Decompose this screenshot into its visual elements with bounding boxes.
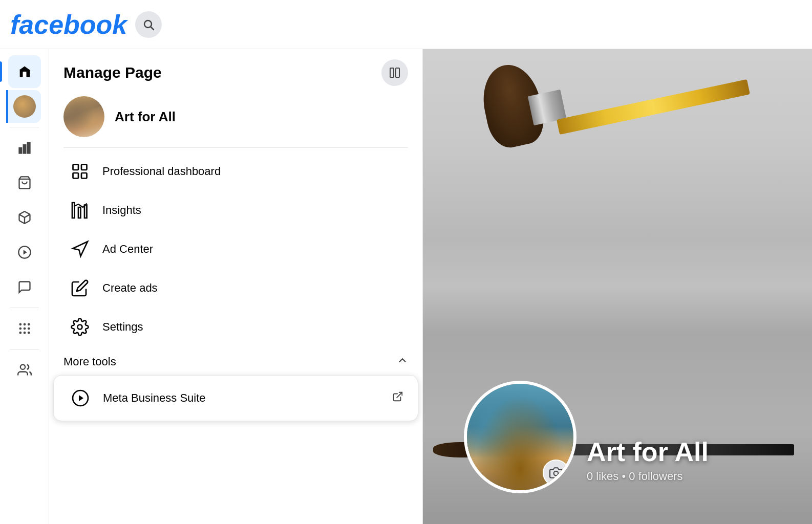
svg-rect-4 — [27, 143, 30, 154]
cover-background: Art for All 0 likes • 0 followers — [423, 49, 812, 524]
professional-dashboard-icon — [68, 159, 92, 184]
svg-point-16 — [23, 332, 26, 334]
sidebar-item-stats[interactable] — [8, 132, 41, 164]
menu-item-ad-center[interactable]: Ad Center — [53, 230, 418, 269]
sidebar-header: Manage Page — [49, 59, 422, 96]
meta-business-suite-label: Meta Business Suite — [103, 391, 206, 405]
page-content: Art for All 0 likes • 0 followers — [423, 49, 812, 524]
svg-point-18 — [20, 365, 25, 369]
main-layout: Manage Page Art for All — [0, 49, 812, 524]
insights-icon — [68, 198, 92, 223]
page-cover-stats: 0 likes • 0 followers — [587, 470, 709, 483]
svg-marker-8 — [23, 250, 27, 254]
rail-divider-2 — [10, 308, 39, 308]
svg-rect-3 — [23, 145, 26, 153]
facebook-logo: facebook — [10, 11, 127, 38]
rail-divider-3 — [10, 349, 39, 350]
chevron-up-icon — [397, 355, 408, 369]
page-cover: Art for All 0 likes • 0 followers — [423, 49, 812, 524]
svg-point-11 — [27, 323, 30, 326]
sidebar-item-marketplace[interactable] — [8, 166, 41, 199]
page-cover-name: Art for All — [587, 438, 709, 467]
more-tools-header[interactable]: More tools — [49, 346, 422, 375]
svg-point-29 — [554, 471, 559, 476]
svg-rect-24 — [81, 173, 87, 179]
svg-marker-27 — [79, 395, 83, 401]
menu-item-settings[interactable]: Settings — [53, 308, 418, 346]
sidebar-item-grid[interactable] — [8, 312, 41, 345]
rail-divider-1 — [10, 127, 39, 127]
svg-rect-20 — [396, 68, 399, 77]
sidebar-item-home[interactable] — [8, 55, 41, 88]
more-tools-label: More tools — [63, 355, 116, 368]
svg-rect-19 — [390, 68, 394, 77]
svg-point-10 — [23, 323, 26, 326]
ad-center-label: Ad Center — [102, 243, 153, 256]
settings-icon — [68, 315, 92, 339]
page-info: Art for All 0 likes • 0 followers — [587, 438, 709, 493]
meta-business-suite-icon — [68, 386, 93, 410]
sidebar-toggle-button[interactable] — [381, 59, 408, 86]
svg-point-17 — [27, 332, 30, 334]
professional-dashboard-label: Professional dashboard — [102, 165, 221, 178]
page-profile-picture — [464, 381, 576, 493]
settings-label: Settings — [102, 320, 143, 334]
page-profile-section: Art for All 0 likes • 0 followers — [464, 381, 709, 493]
sidebar-item-groups[interactable] — [8, 354, 41, 386]
sidebar-item-chat[interactable] — [8, 271, 41, 303]
svg-rect-21 — [73, 165, 79, 170]
search-button[interactable] — [135, 11, 162, 38]
svg-point-13 — [23, 328, 26, 330]
insights-label: Insights — [102, 204, 141, 217]
page-avatar-image — [63, 96, 104, 137]
page-name-label: Art for All — [115, 109, 176, 125]
header: facebook — [0, 0, 812, 49]
svg-point-15 — [19, 332, 22, 334]
sidebar-divider — [63, 147, 408, 148]
sidebar-title: Manage Page — [63, 64, 162, 81]
sidebar-item-video[interactable] — [8, 236, 41, 269]
svg-line-28 — [397, 392, 402, 398]
svg-line-1 — [151, 27, 154, 30]
menu-item-insights[interactable]: Insights — [53, 191, 418, 230]
page-identity: Art for All — [49, 96, 422, 147]
svg-point-12 — [19, 328, 22, 330]
create-ads-icon — [68, 276, 92, 300]
external-link-icon — [392, 391, 403, 405]
svg-rect-22 — [81, 165, 87, 170]
svg-point-25 — [78, 325, 82, 330]
svg-rect-2 — [19, 148, 22, 154]
menu-item-create-ads[interactable]: Create ads — [53, 269, 418, 308]
page-avatar — [63, 96, 104, 137]
meta-business-suite-item[interactable]: Meta Business Suite — [53, 375, 418, 421]
ad-center-icon — [68, 237, 92, 261]
sidebar-item-profile[interactable] — [6, 90, 41, 123]
manage-sidebar: Manage Page Art for All — [49, 49, 423, 524]
change-profile-picture-button[interactable] — [543, 460, 569, 486]
svg-point-14 — [27, 328, 30, 330]
meta-business-left: Meta Business Suite — [68, 386, 206, 410]
svg-point-9 — [19, 323, 22, 326]
svg-rect-23 — [73, 173, 79, 179]
menu-item-professional-dashboard[interactable]: Professional dashboard — [53, 152, 418, 191]
sidebar-item-cube[interactable] — [8, 201, 41, 234]
create-ads-label: Create ads — [102, 281, 158, 295]
icon-rail — [0, 49, 49, 524]
